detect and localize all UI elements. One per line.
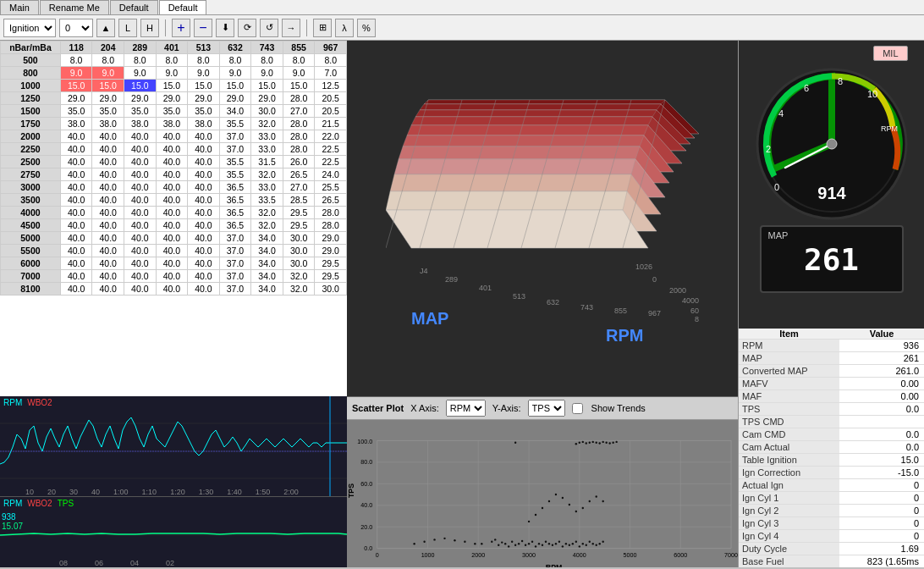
cell-2000-3[interactable]: 40.0 [156,130,188,143]
cell-8100-2[interactable]: 40.0 [124,283,157,296]
cell-500-0[interactable]: 8.0 [60,54,92,67]
cell-1500-3[interactable]: 35.0 [156,105,188,118]
cell-5000-8[interactable]: 29.0 [315,232,347,245]
cell-800-5[interactable]: 9.0 [219,67,251,80]
cell-5500-6[interactable]: 34.0 [251,245,283,257]
cell-1750-0[interactable]: 38.0 [60,118,92,130]
cell-7000-5[interactable]: 37.0 [219,270,251,283]
l-btn[interactable]: L [118,19,137,37]
cell-1000-7[interactable]: 15.0 [283,80,315,92]
cell-8100-8[interactable]: 30.0 [315,283,347,296]
percent-btn[interactable]: % [357,19,376,37]
cell-8100-1[interactable]: 40.0 [92,283,124,296]
cell-2750-2[interactable]: 40.0 [124,168,157,181]
cell-2500-6[interactable]: 31.5 [251,156,283,168]
cell-4000-4[interactable]: 40.0 [188,207,220,219]
cell-1500-6[interactable]: 30.0 [251,105,283,118]
cell-4000-6[interactable]: 32.0 [251,207,283,219]
cell-6000-5[interactable]: 37.0 [219,257,251,270]
cell-3000-1[interactable]: 40.0 [92,181,124,194]
grid-btn[interactable]: ⊞ [313,19,332,37]
x-axis-select[interactable]: RPM [446,400,486,417]
cell-500-6[interactable]: 8.0 [251,54,283,67]
cell-6000-3[interactable]: 40.0 [156,257,188,270]
cell-7000-2[interactable]: 40.0 [124,270,157,283]
cell-8100-0[interactable]: 40.0 [60,283,92,296]
cell-1750-8[interactable]: 21.5 [315,118,347,130]
cell-2250-2[interactable]: 40.0 [124,143,157,156]
value-dropdown[interactable]: 0 [59,19,93,37]
cell-4500-0[interactable]: 40.0 [60,219,92,232]
cell-800-1[interactable]: 9.0 [92,67,124,80]
cell-7000-1[interactable]: 40.0 [92,270,124,283]
cell-1250-5[interactable]: 29.0 [219,92,251,105]
cell-5500-0[interactable]: 40.0 [60,245,92,257]
cell-500-5[interactable]: 8.0 [219,54,251,67]
cell-2000-2[interactable]: 40.0 [124,130,157,143]
cell-4000-0[interactable]: 40.0 [60,207,92,219]
h-btn[interactable]: H [140,19,159,37]
cell-1500-8[interactable]: 20.5 [315,105,347,118]
cell-6000-2[interactable]: 40.0 [124,257,157,270]
table-scroll[interactable]: nBar/mBa118204289401513632743855967 5008… [0,41,347,396]
add-btn[interactable]: + [172,19,190,37]
cell-2500-3[interactable]: 40.0 [156,156,188,168]
cell-1500-0[interactable]: 35.0 [60,105,92,118]
cell-4000-7[interactable]: 29.5 [283,207,315,219]
cell-2250-4[interactable]: 40.0 [188,143,220,156]
cell-2500-5[interactable]: 35.5 [219,156,251,168]
cell-3000-4[interactable]: 40.0 [188,181,220,194]
cell-3000-3[interactable]: 40.0 [156,181,188,194]
cell-1000-0[interactable]: 15.0 [60,80,92,92]
cell-3000-5[interactable]: 36.5 [219,181,251,194]
cell-800-4[interactable]: 9.0 [188,67,220,80]
cell-1250-3[interactable]: 29.0 [156,92,188,105]
cell-500-7[interactable]: 8.0 [283,54,315,67]
cell-500-1[interactable]: 8.0 [92,54,124,67]
cell-5000-5[interactable]: 37.0 [219,232,251,245]
cell-1250-7[interactable]: 28.0 [283,92,315,105]
cell-800-3[interactable]: 9.0 [156,67,188,80]
cell-1000-2[interactable]: 15.0 [124,80,157,92]
cell-1000-6[interactable]: 15.0 [251,80,283,92]
cell-1750-3[interactable]: 38.0 [156,118,188,130]
cell-4500-4[interactable]: 40.0 [188,219,220,232]
show-trends-checkbox[interactable] [572,403,583,414]
cell-3500-6[interactable]: 33.5 [251,194,283,207]
cell-2500-7[interactable]: 26.0 [283,156,315,168]
cell-1750-2[interactable]: 38.0 [124,118,157,130]
cell-800-6[interactable]: 9.0 [251,67,283,80]
cell-2750-0[interactable]: 40.0 [60,168,92,181]
cell-5000-6[interactable]: 34.0 [251,232,283,245]
cell-4000-8[interactable]: 28.0 [315,207,347,219]
cell-5500-1[interactable]: 40.0 [92,245,124,257]
cell-2000-5[interactable]: 37.0 [219,130,251,143]
cell-2500-0[interactable]: 40.0 [60,156,92,168]
cell-2250-3[interactable]: 40.0 [156,143,188,156]
cell-800-2[interactable]: 9.0 [124,67,157,80]
tab-rename[interactable]: Rename Me [40,0,109,14]
cell-1250-1[interactable]: 29.0 [92,92,124,105]
cell-2000-1[interactable]: 40.0 [92,130,124,143]
cell-3000-6[interactable]: 33.0 [251,181,283,194]
cell-1750-1[interactable]: 38.0 [92,118,124,130]
cell-6000-6[interactable]: 34.0 [251,257,283,270]
cell-1500-7[interactable]: 27.0 [283,105,315,118]
cell-2000-7[interactable]: 28.0 [283,130,315,143]
cell-2750-5[interactable]: 35.5 [219,168,251,181]
cell-5000-4[interactable]: 40.0 [188,232,220,245]
cell-1500-1[interactable]: 35.0 [92,105,124,118]
cell-2250-0[interactable]: 40.0 [60,143,92,156]
cell-4500-5[interactable]: 36.5 [219,219,251,232]
cell-8100-6[interactable]: 34.0 [251,283,283,296]
cell-2250-8[interactable]: 22.5 [315,143,347,156]
cell-5500-3[interactable]: 40.0 [156,245,188,257]
cell-2000-0[interactable]: 40.0 [60,130,92,143]
cell-2000-8[interactable]: 22.0 [315,130,347,143]
cell-3500-1[interactable]: 40.0 [92,194,124,207]
cell-8100-7[interactable]: 32.0 [283,283,315,296]
cell-7000-8[interactable]: 29.5 [315,270,347,283]
cell-3500-8[interactable]: 26.5 [315,194,347,207]
cell-500-4[interactable]: 8.0 [188,54,220,67]
cell-5000-1[interactable]: 40.0 [92,232,124,245]
